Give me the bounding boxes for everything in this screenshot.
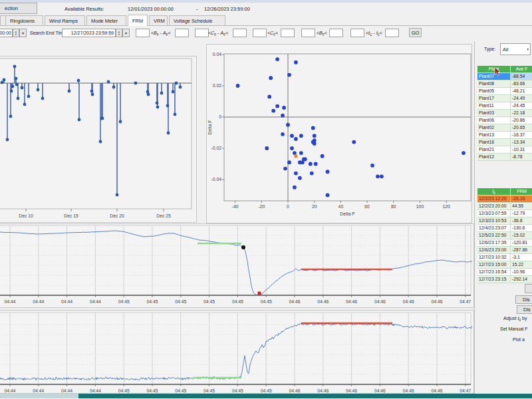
table-cell[interactable]: -36.8: [511, 217, 532, 225]
table-row[interactable]: 12/2/23 20:0044.55: [477, 203, 532, 210]
table-row[interactable]: Plant11-24.45: [477, 102, 532, 110]
table-row[interactable]: 12/6/23 17:39-120.81: [477, 239, 532, 247]
filter-3-min-input[interactable]: [301, 29, 315, 37]
tab-wind-ramps[interactable]: Wind Ramps: [45, 15, 85, 26]
spinner-down-icon[interactable]: ▾: [15, 33, 17, 36]
table-row[interactable]: 12/4/23 23:07-130.6: [477, 225, 532, 232]
table-cell[interactable]: Plant05: [477, 88, 511, 95]
filter-2-min-input[interactable]: [253, 29, 267, 37]
table-cell[interactable]: Plant11: [477, 102, 511, 110]
table-cell[interactable]: -26.16: [511, 196, 532, 203]
search-end-time-input[interactable]: 12/27/2023 23:59:59: [62, 29, 116, 37]
spinner-down-icon[interactable]: ▾: [118, 33, 120, 36]
table-cell[interactable]: -48.21: [511, 88, 532, 95]
table-cell[interactable]: 12/2/23 20:00: [477, 203, 511, 210]
search-start-time-dropdown[interactable]: ▾: [19, 29, 27, 37]
table-cell[interactable]: -10.31: [511, 146, 532, 154]
table-row[interactable]: Plant21-10.31: [477, 146, 532, 154]
table-cell[interactable]: Plant21: [477, 146, 511, 154]
table-cell[interactable]: Plant07: [477, 73, 511, 80]
table-row[interactable]: 12/7/23 16:54-10.96: [477, 269, 532, 276]
filter-4-min-input[interactable]: [350, 29, 364, 37]
table-cell[interactable]: 12/4/23 23:07: [477, 225, 511, 232]
filter-0-max-input[interactable]: [175, 29, 189, 37]
table-row[interactable]: 12/3/23 10:53-36.8: [477, 217, 532, 225]
table-row[interactable]: 12/6/23 23:00-287.86: [477, 247, 532, 254]
table-row[interactable]: Plant02-20.65: [477, 124, 532, 132]
table-row[interactable]: Plant08-83.66: [477, 80, 532, 88]
table-cell[interactable]: -130.6: [511, 225, 532, 232]
table-row[interactable]: Plant06-20.86: [477, 117, 532, 124]
filter-4-max-input[interactable]: [385, 29, 399, 37]
table-row[interactable]: Plant13-16.37: [477, 132, 532, 139]
tab-frm[interactable]: FRM: [128, 15, 148, 26]
table-cell[interactable]: -24.49: [511, 95, 532, 102]
table-cell[interactable]: -20.65: [511, 124, 532, 132]
table-cell[interactable]: 12/6/23 17:39: [477, 239, 511, 247]
search-end-time-dropdown[interactable]: ▾: [122, 29, 130, 37]
table-cell[interactable]: -83.66: [511, 80, 532, 88]
table-cell[interactable]: Plant02: [477, 124, 511, 132]
table-cell[interactable]: -292.14: [511, 276, 532, 283]
tab-ringdowns[interactable]: Ringdowns: [5, 15, 43, 26]
table-row[interactable]: 12/2/23 12:26-26.16: [477, 196, 532, 203]
table-cell[interactable]: Plant17: [477, 95, 511, 102]
table-row[interactable]: Plant17-24.49: [477, 95, 532, 102]
panel-splitter[interactable]: [474, 41, 475, 394]
table-cell[interactable]: -287.86: [511, 247, 532, 254]
table-row[interactable]: 12/7/23 23:15-292.14: [477, 276, 532, 283]
type-dropdown[interactable]: All ▾: [500, 43, 531, 55]
table-cell[interactable]: -16.37: [511, 132, 532, 139]
search-start-time-input[interactable]: 00:00: [0, 29, 13, 37]
table-row[interactable]: 12/5/23 22:50-15.02: [477, 232, 532, 239]
tab-vrm[interactable]: VRM: [149, 15, 168, 26]
table-row[interactable]: 12/7/23 15:0015.22: [477, 261, 532, 269]
table-row[interactable]: Plant05-48.21: [477, 88, 532, 95]
table-cell[interactable]: 12/6/23 23:00: [477, 247, 511, 254]
table-cell[interactable]: Plant08: [477, 80, 511, 88]
table-cell[interactable]: -24.45: [511, 102, 532, 110]
table-cell[interactable]: -120.81: [511, 239, 532, 247]
table-row[interactable]: 12/7/23 10:32-3.1: [477, 254, 532, 261]
table-cell[interactable]: -12.79: [511, 210, 532, 217]
table-cell[interactable]: -15.02: [511, 232, 532, 239]
table-cell[interactable]: -8.78: [511, 154, 532, 161]
table-cell[interactable]: 12/3/23 07:59: [477, 210, 511, 217]
table-cell[interactable]: 44.55: [511, 203, 532, 210]
table-cell[interactable]: 15.22: [511, 261, 532, 269]
filter-1-min-input[interactable]: [195, 29, 209, 37]
time-range-scrollbar-track[interactable]: [0, 394, 78, 398]
table-cell[interactable]: -13.34: [511, 139, 532, 146]
table-cell[interactable]: Plant06: [477, 117, 511, 124]
table-cell[interactable]: -20.86: [511, 117, 532, 124]
search-start-time-spinner[interactable]: ▴▾: [13, 29, 19, 37]
table-cell[interactable]: -22.18: [511, 110, 532, 117]
table-cell[interactable]: 12/3/23 10:53: [477, 217, 511, 225]
table-cell[interactable]: -3.1: [511, 254, 532, 261]
selection-button[interactable]: ection: [0, 3, 37, 14]
filter-3-max-input[interactable]: [329, 29, 343, 37]
table-cell[interactable]: 12/2/23 12:26: [477, 196, 511, 203]
table-cell[interactable]: 12/7/23 15:00: [477, 261, 511, 269]
go-button[interactable]: GO: [409, 28, 422, 37]
table-cell[interactable]: -10.96: [511, 269, 532, 276]
table-cell[interactable]: Plant13: [477, 132, 511, 139]
table-row[interactable]: Plant07-88.54: [477, 73, 532, 80]
tab-voltage-schedule[interactable]: Voltage Schedule: [169, 15, 225, 26]
filter-1-max-input[interactable]: [233, 29, 247, 37]
table-scroll-button[interactable]: [525, 284, 532, 293]
table-row[interactable]: Plant12-8.78: [477, 154, 532, 161]
table-cell[interactable]: 12/5/23 22:50: [477, 232, 511, 239]
table-cell[interactable]: Plant03: [477, 110, 511, 117]
search-end-time-spinner[interactable]: ▴▾: [116, 29, 122, 37]
table-cell[interactable]: 12/7/23 23:15: [477, 276, 511, 283]
table-row[interactable]: Plant03-22.18: [477, 110, 532, 117]
table-row[interactable]: Plant16-13.34: [477, 139, 532, 146]
display-button-1[interactable]: Dis: [515, 295, 532, 304]
filter-0-min-input[interactable]: [136, 29, 150, 37]
display-button-2[interactable]: Dis: [517, 305, 532, 314]
table-cell[interactable]: 12/7/23 16:54: [477, 269, 511, 276]
table-cell[interactable]: -88.54: [511, 73, 532, 80]
table-cell[interactable]: Plant16: [477, 139, 511, 146]
time-range-scrollbar-thumb[interactable]: [78, 394, 532, 398]
